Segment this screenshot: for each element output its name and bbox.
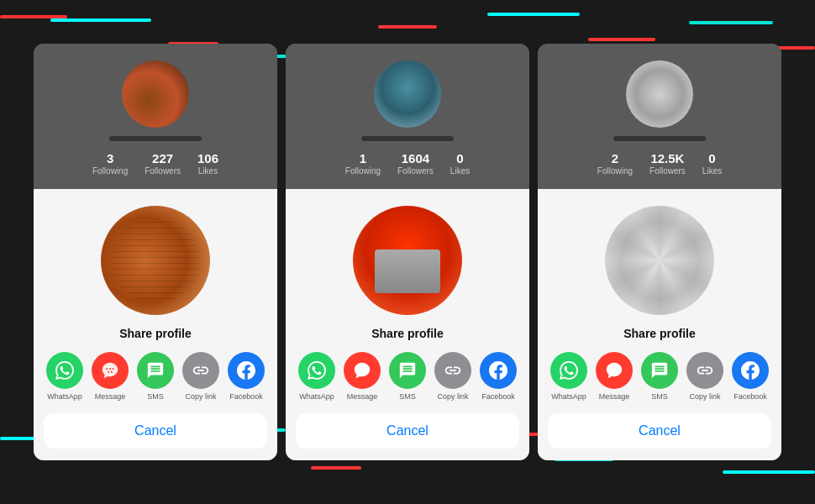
whatsapp-share-2[interactable]: WhatsApp [298,352,335,402]
facebook-share-3[interactable]: Facebook [732,352,769,402]
avatar-1 [122,60,189,128]
message-share-3[interactable]: Message [596,352,633,402]
facebook-share-1[interactable]: Facebook [228,352,265,402]
share-sheet-3: Share profile WhatsApp Message [538,189,781,460]
share-avatar-3 [605,206,714,315]
whatsapp-label-2: WhatsApp [299,392,334,402]
facebook-icon-3[interactable] [732,352,769,389]
cancel-button-2[interactable]: Cancel [296,413,519,449]
share-sheet-1: Share profile WhatsApp Message [34,189,277,460]
copylink-icon-2[interactable] [434,352,471,389]
message-label-2: Message [347,392,378,402]
whatsapp-share-3[interactable]: WhatsApp [550,352,587,402]
message-label-3: Message [599,392,630,402]
stat-followers-3: 12.5K Followers [649,151,686,176]
following-label-1: Following [92,166,128,176]
stat-likes-1: 106 Likes [197,151,218,176]
likes-label-1: Likes [198,166,218,176]
share-profile-label-1: Share profile [119,327,192,340]
sms-share-3[interactable]: SMS [641,352,678,402]
share-avatar-2 [353,206,462,315]
stat-following-1: 3 Following [92,151,128,176]
facebook-label-1: Facebook [229,392,263,402]
copylink-share-1[interactable]: Copy link [182,352,219,402]
message-icon-1[interactable] [92,352,129,389]
whatsapp-label-1: WhatsApp [47,392,82,402]
facebook-label-2: Facebook [481,392,515,402]
username-bar-2 [361,136,454,141]
sms-share-2[interactable]: SMS [389,352,426,402]
copylink-label-1: Copy link [185,392,216,402]
sms-icon-2[interactable] [389,352,426,389]
stats-row-3: 2 Following 12.5K Followers 0 Likes [597,151,722,176]
message-label-1: Message [95,392,126,402]
stat-following-3: 2 Following [597,151,633,176]
sms-share-1[interactable]: SMS [137,352,174,402]
stat-likes-3: 0 Likes [702,151,722,176]
panels-container: 3 Following 227 Followers 106 Likes Shar… [0,0,815,504]
stat-followers-2: 1604 Followers [397,151,434,176]
username-bar-1 [109,136,202,141]
sms-label-2: SMS [399,392,416,402]
facebook-share-2[interactable]: Facebook [480,352,517,402]
copylink-label-2: Copy link [437,392,468,402]
likes-count-2: 0 [456,151,463,166]
following-label-3: Following [597,166,633,176]
following-count-1: 3 [107,151,113,166]
sms-icon-3[interactable] [641,352,678,389]
share-icons-1: WhatsApp Message SMS [44,352,267,402]
followers-count-2: 1604 [402,151,429,166]
followers-count-3: 12.5K [650,151,684,166]
profile-top-1: 3 Following 227 Followers 106 Likes [34,44,277,189]
stats-row-2: 1 Following 1604 Followers 0 Likes [345,151,470,176]
copylink-share-2[interactable]: Copy link [434,352,471,402]
cancel-button-1[interactable]: Cancel [44,413,267,449]
whatsapp-share-1[interactable]: WhatsApp [46,352,83,402]
copylink-share-3[interactable]: Copy link [686,352,723,402]
message-share-2[interactable]: Message [344,352,381,402]
panel-1: 3 Following 227 Followers 106 Likes Shar… [34,44,277,460]
facebook-icon-2[interactable] [480,352,517,389]
copylink-icon-1[interactable] [182,352,219,389]
likes-label-3: Likes [702,166,722,176]
sms-label-1: SMS [147,392,164,402]
copylink-label-3: Copy link [689,392,720,402]
followers-count-1: 227 [152,151,173,166]
copylink-icon-3[interactable] [686,352,723,389]
profile-top-3: 2 Following 12.5K Followers 0 Likes [538,44,781,189]
message-icon-3[interactable] [596,352,633,389]
likes-count-3: 0 [708,151,715,166]
avatar-2 [374,60,441,128]
share-avatar-1 [101,206,210,315]
likes-label-2: Likes [450,166,470,176]
avatar-3 [626,60,693,128]
sms-icon-1[interactable] [137,352,174,389]
stat-followers-1: 227 Followers [145,151,181,176]
sms-label-3: SMS [651,392,668,402]
share-profile-label-2: Share profile [371,327,444,340]
username-bar-3 [613,136,706,141]
share-profile-label-3: Share profile [623,327,696,340]
message-share-1[interactable]: Message [92,352,129,402]
whatsapp-icon-1[interactable] [46,352,83,389]
message-icon-2[interactable] [344,352,381,389]
following-label-2: Following [345,166,381,176]
whatsapp-icon-2[interactable] [298,352,335,389]
following-count-2: 1 [360,151,366,166]
followers-label-3: Followers [649,166,686,176]
stats-row-1: 3 Following 227 Followers 106 Likes [92,151,218,176]
stat-following-2: 1 Following [345,151,381,176]
whatsapp-label-3: WhatsApp [551,392,586,402]
panel-3: 2 Following 12.5K Followers 0 Likes Shar… [538,44,781,460]
followers-label-1: Followers [145,166,181,176]
whatsapp-icon-3[interactable] [550,352,587,389]
facebook-icon-1[interactable] [228,352,265,389]
panel-2: 1 Following 1604 Followers 0 Likes Share… [286,44,529,460]
cancel-button-3[interactable]: Cancel [548,413,771,449]
likes-count-1: 106 [197,151,218,166]
profile-top-2: 1 Following 1604 Followers 0 Likes [286,44,529,189]
followers-label-2: Followers [397,166,434,176]
share-icons-2: WhatsApp Message SMS [296,352,519,402]
share-sheet-2: Share profile WhatsApp Message [286,189,529,460]
share-icons-3: WhatsApp Message SMS [548,352,771,402]
